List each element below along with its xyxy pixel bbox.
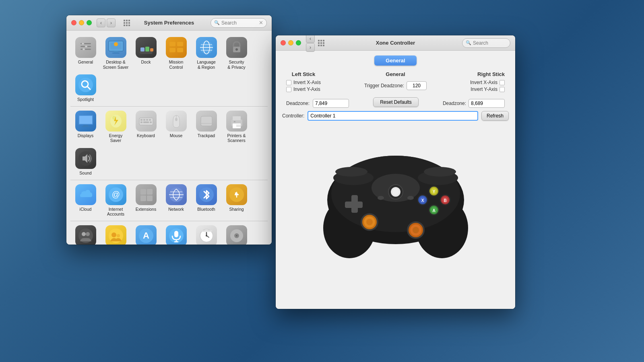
pref-printers[interactable]: Printers &Scanners — [221, 108, 252, 146]
svg-rect-13 — [140, 47, 144, 51]
forward-button[interactable]: › — [107, 19, 116, 27]
svg-text:B: B — [444, 198, 446, 203]
icloud-label: iCloud — [80, 207, 92, 212]
refresh-button[interactable]: Refresh — [481, 111, 509, 121]
keyboard-icon — [136, 111, 157, 132]
svg-rect-18 — [169, 48, 175, 52]
xone-grid-button[interactable] — [318, 40, 324, 46]
grid-view-button[interactable] — [122, 18, 132, 28]
pref-extensions[interactable]: Extensions — [131, 182, 161, 219]
xone-content: General Left Stick Invert X-Axis Invert … — [276, 51, 515, 309]
svg-point-46 — [175, 118, 178, 121]
close-button[interactable] — [71, 20, 76, 25]
pref-language[interactable]: Language& Region — [191, 35, 221, 72]
search-input[interactable] — [221, 20, 258, 26]
trigger-deadzone-input[interactable] — [407, 81, 427, 90]
pref-mouse[interactable]: Mouse — [161, 108, 191, 146]
pref-security[interactable]: Security& Privacy — [221, 35, 252, 72]
energy-label: EnergySaver — [109, 133, 122, 143]
pref-general[interactable]: General — [70, 35, 101, 72]
pref-icloud[interactable]: iCloud — [70, 182, 101, 219]
pref-dictation[interactable]: Dictation& Speech — [161, 223, 191, 245]
svg-rect-39 — [143, 119, 145, 121]
xone-controller-window: ‹ › Xone Controller 🔍 General — [276, 35, 515, 309]
left-invert-y-label: Invert Y-Axis — [293, 86, 320, 92]
fullscreen-button[interactable] — [87, 20, 92, 25]
pref-dock[interactable]: Dock — [131, 35, 161, 72]
left-deadzone-input[interactable] — [313, 99, 349, 108]
search-clear-icon[interactable]: ✕ — [259, 20, 263, 26]
svg-rect-38 — [140, 119, 142, 121]
pref-startup[interactable]: StartupDisk — [221, 223, 252, 245]
back-button[interactable]: ‹ — [97, 19, 105, 27]
pref-displays[interactable]: Displays — [70, 108, 101, 146]
trackpad-icon — [196, 111, 217, 132]
pref-appstore[interactable]: A App Store — [131, 223, 161, 245]
pref-mission[interactable]: MissionControl — [161, 35, 191, 72]
pref-internet[interactable]: @ InternetAccounts — [101, 182, 131, 219]
svg-rect-111 — [345, 202, 363, 208]
right-invert-y-checkbox[interactable] — [500, 87, 505, 92]
extensions-icon — [136, 184, 157, 205]
svg-text:@: @ — [111, 190, 120, 199]
svg-point-72 — [86, 232, 90, 236]
svg-rect-62 — [147, 195, 153, 201]
right-invert-x-checkbox[interactable] — [500, 80, 505, 85]
svg-point-119 — [413, 227, 419, 233]
xone-search-icon: 🔍 — [466, 40, 471, 45]
security-label: Security& Privacy — [227, 60, 245, 70]
startup-icon — [226, 225, 247, 245]
general-title: General — [386, 71, 405, 77]
internet-icon: @ — [105, 184, 126, 205]
pref-network[interactable]: Network — [161, 182, 191, 219]
pref-bluetooth[interactable]: Bluetooth — [191, 182, 221, 219]
pref-parental[interactable]: ParentalControls — [101, 223, 131, 245]
xone-minimize-button[interactable] — [288, 40, 293, 45]
pref-datetime[interactable]: Date & Time — [191, 223, 221, 245]
svg-point-86 — [206, 235, 207, 237]
pref-desktop[interactable]: Desktop &Screen Saver — [101, 35, 131, 72]
pref-sound[interactable]: Sound — [70, 146, 101, 178]
sys-prefs-title: System Preferences — [144, 20, 194, 26]
reset-defaults-button[interactable]: Reset Defaults — [373, 97, 419, 107]
sys-prefs-search[interactable]: 🔍 ✕ — [211, 18, 267, 28]
svg-rect-47 — [201, 116, 212, 126]
tab-general[interactable]: General — [374, 56, 416, 66]
pref-keyboard[interactable]: Keyboard — [131, 108, 161, 146]
pref-spotlight[interactable]: Spotlight — [70, 72, 101, 105]
keyboard-label: Keyboard — [137, 133, 155, 138]
dictation-icon — [166, 225, 187, 245]
pref-sharing[interactable]: Sharing — [221, 182, 252, 219]
svg-point-71 — [82, 232, 86, 236]
svg-rect-17 — [177, 42, 183, 46]
pref-users[interactable]: Users &Groups — [70, 223, 101, 245]
mouse-icon — [166, 111, 187, 132]
energy-icon — [105, 111, 126, 132]
xone-search[interactable]: 🔍 — [462, 38, 510, 48]
sound-label: Sound — [79, 171, 91, 176]
general-center-section: General Trigger Deadzone: — [364, 71, 427, 90]
xone-back-button[interactable]: ‹ — [306, 35, 315, 43]
minimize-button[interactable] — [79, 20, 84, 25]
svg-point-11 — [114, 42, 118, 46]
sound-icon — [75, 148, 96, 169]
right-invert-x-row: Invert X-Axis — [470, 80, 505, 85]
icloud-icon — [75, 184, 96, 205]
general-icon — [75, 37, 96, 58]
xone-close-button[interactable] — [281, 40, 286, 45]
right-deadzone-input[interactable] — [469, 99, 505, 108]
xone-fullscreen-button[interactable] — [296, 40, 301, 45]
tab-row: General — [282, 56, 509, 66]
controller-label: Controller: — [282, 113, 304, 119]
xone-search-input[interactable] — [473, 40, 507, 46]
nav-buttons: ‹ › — [97, 19, 116, 27]
grid-icon — [124, 20, 130, 26]
xone-forward-button[interactable]: › — [306, 43, 315, 52]
pref-energy[interactable]: EnergySaver — [101, 108, 131, 146]
left-invert-y-checkbox[interactable] — [286, 87, 291, 92]
mission-label: MissionControl — [169, 60, 184, 70]
pref-trackpad[interactable]: Trackpad — [191, 108, 221, 146]
svg-point-122 — [392, 189, 399, 195]
left-invert-x-checkbox[interactable] — [286, 80, 291, 85]
controller-input[interactable] — [308, 111, 478, 121]
